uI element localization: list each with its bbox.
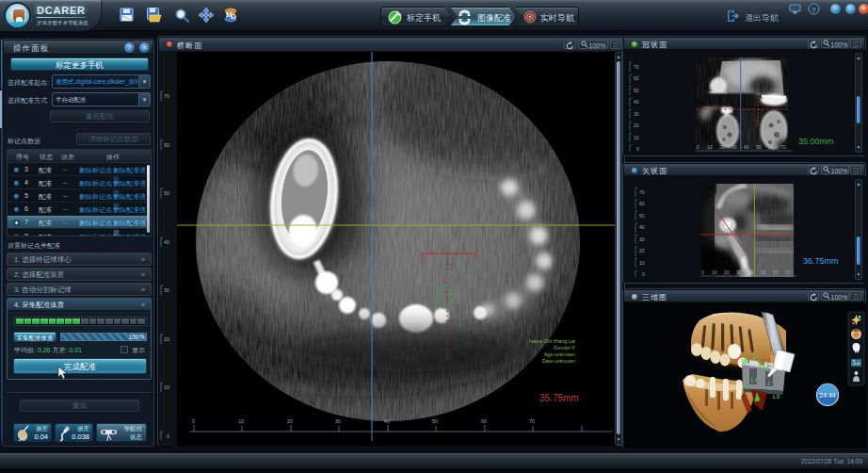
svg-text:70: 70 <box>639 189 645 195</box>
svg-text:24:44: 24:44 <box>819 392 836 399</box>
svg-text:70: 70 <box>785 269 791 275</box>
svg-text:30: 30 <box>731 144 737 150</box>
svg-text:40: 40 <box>744 144 749 150</box>
svg-text:D: D <box>231 12 236 21</box>
svg-text:40: 40 <box>634 99 639 105</box>
svg-text:50: 50 <box>634 88 639 93</box>
svg-text:20: 20 <box>639 248 645 253</box>
svg-text:20: 20 <box>287 418 293 424</box>
svg-text:[8]: [8] <box>742 358 748 364</box>
svg-text:50: 50 <box>164 190 169 196</box>
svg-text:35.75mm: 35.75mm <box>539 393 579 403</box>
svg-text:40: 40 <box>164 239 169 245</box>
svg-text:50: 50 <box>639 213 645 219</box>
svg-text:L1: L1 <box>751 377 759 383</box>
svg-text:36.75mm: 36.75mm <box>803 256 839 266</box>
svg-text:0: 0 <box>167 433 169 439</box>
svg-text:35.00mm: 35.00mm <box>798 137 834 146</box>
svg-text:10: 10 <box>634 135 639 140</box>
svg-text:40: 40 <box>384 418 390 424</box>
svg-text:0: 0 <box>192 418 195 424</box>
svg-text:60: 60 <box>773 269 779 275</box>
svg-text:50: 50 <box>432 418 438 424</box>
svg-text:60: 60 <box>768 144 774 150</box>
svg-text:20: 20 <box>634 122 639 128</box>
svg-text:20: 20 <box>164 336 169 342</box>
svg-text:40: 40 <box>639 224 645 230</box>
svg-text:Date:unknown: Date:unknown <box>542 358 575 364</box>
svg-text:30: 30 <box>736 269 742 275</box>
svg-text:Age:unknown: Age:unknown <box>544 351 575 357</box>
svg-text:Name:Shi zhang cai: Name:Shi zhang cai <box>529 338 575 344</box>
svg-text:60: 60 <box>639 201 645 206</box>
svg-text:?: ? <box>812 6 816 14</box>
svg-text:70: 70 <box>529 418 535 424</box>
svg-text:10: 10 <box>712 269 717 275</box>
svg-text:04: 04 <box>763 366 769 371</box>
svg-text:60: 60 <box>481 418 487 424</box>
svg-text:50: 50 <box>756 144 762 150</box>
svg-text:0: 0 <box>701 269 704 275</box>
svg-text:60: 60 <box>634 75 639 81</box>
svg-text:70: 70 <box>164 93 169 99</box>
svg-text:30: 30 <box>634 111 639 117</box>
svg-text:10: 10 <box>164 384 169 390</box>
svg-text:0: 0 <box>642 271 645 277</box>
svg-text:10: 10 <box>639 260 645 266</box>
svg-text:30: 30 <box>164 287 169 293</box>
svg-text:30: 30 <box>639 236 645 242</box>
svg-text:10: 10 <box>707 144 713 150</box>
svg-text:Gender:F: Gender:F <box>554 345 576 351</box>
svg-text:60: 60 <box>164 142 169 148</box>
svg-text:0: 0 <box>697 144 699 150</box>
svg-text:L3: L3 <box>773 394 780 400</box>
svg-text:70: 70 <box>780 144 786 150</box>
svg-text:20: 20 <box>719 144 725 150</box>
svg-text:30: 30 <box>335 418 341 424</box>
svg-text:10: 10 <box>238 418 244 424</box>
svg-text:50: 50 <box>761 269 766 275</box>
svg-text:20: 20 <box>724 269 730 275</box>
svg-text:40: 40 <box>748 269 754 275</box>
svg-text:0: 0 <box>636 146 639 152</box>
svg-text:70: 70 <box>634 64 639 70</box>
